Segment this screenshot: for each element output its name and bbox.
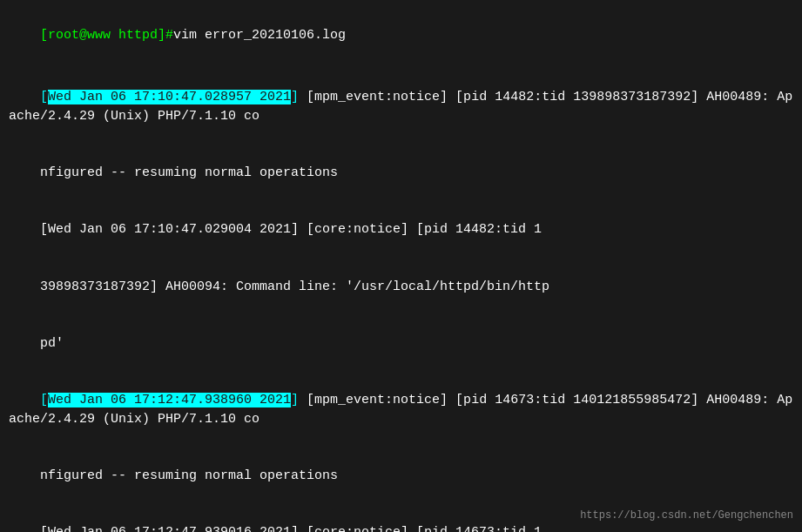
log-date-1: Wed Jan 06 17:10:47.028957 2021 bbox=[48, 90, 291, 104]
log-entry-1b: nfigured -- resuming normal operations bbox=[9, 145, 793, 201]
prompt-vim-command: vim error_20210106.log bbox=[173, 28, 346, 43]
log-entry-2b: 39898373187392] AH00094: Command line: '… bbox=[9, 259, 793, 315]
log-date-3: Wed Jan 06 17:12:47.938960 2021 bbox=[48, 393, 291, 407]
prompt-line: [root@www httpd]#vim error_20210106.log bbox=[9, 7, 793, 64]
log-entry-2c: pd' bbox=[9, 315, 793, 372]
log-entry-3: [Wed Jan 06 17:12:47.938960 2021] [mpm_e… bbox=[9, 372, 793, 448]
log-entry-3b: nfigured -- resuming normal operations bbox=[9, 448, 793, 504]
log-entry-1: [Wed Jan 06 17:10:47.028957 2021] [mpm_e… bbox=[9, 69, 793, 145]
prompt-user: [root@www httpd] bbox=[40, 28, 165, 43]
watermark: https://blog.csdn.net/Gengchenchen bbox=[580, 508, 793, 523]
log-date-bracket-1: [ bbox=[40, 90, 48, 104]
prompt-hash: # bbox=[165, 28, 173, 43]
log-entry-2: [Wed Jan 06 17:10:47.029004 2021] [core:… bbox=[9, 202, 793, 259]
terminal-window: [root@www httpd]#vim error_20210106.log … bbox=[0, 0, 802, 532]
